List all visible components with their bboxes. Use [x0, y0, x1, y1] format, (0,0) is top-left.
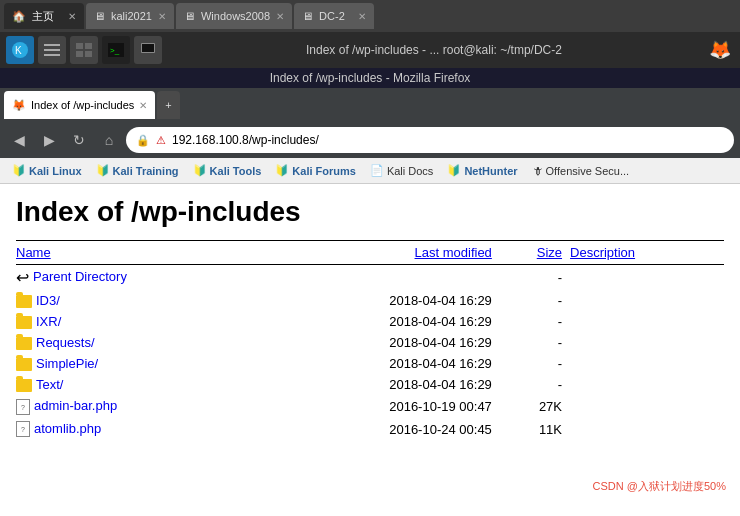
- col-size[interactable]: Size: [500, 241, 570, 265]
- watermark-text: CSDN @入狱计划进度50%: [593, 480, 726, 484]
- ff-tab-row: 🦊 Index of /wp-includes ✕ +: [0, 88, 740, 122]
- vm-tab-bar: 🏠 主页 ✕ 🖥 kali2021 ✕ 🖥 Windows2008 ✕ 🖥 DC…: [0, 0, 740, 32]
- tab-kali2021-close[interactable]: ✕: [158, 11, 166, 22]
- window-title-text: Index of /wp-includes - Mozilla Firefox: [270, 71, 471, 85]
- svg-rect-7: [76, 51, 83, 57]
- col-last-modified[interactable]: Last modified: [267, 241, 500, 265]
- ff-tab-new[interactable]: +: [157, 91, 179, 119]
- bm-kali-training[interactable]: 🔰 Kali Training: [90, 160, 185, 182]
- tab-dc2[interactable]: 🖥 DC-2 ✕: [294, 3, 374, 29]
- reload-button[interactable]: ↻: [66, 127, 92, 153]
- bm-kali-tools[interactable]: 🔰 Kali Tools: [187, 160, 268, 182]
- cell-description: [570, 418, 724, 441]
- address-lock-icon: 🔒: [136, 134, 150, 147]
- kali-tools-icon: 🔰: [193, 164, 207, 177]
- bm-label-3: Kali Forums: [292, 165, 356, 177]
- cell-description: [570, 332, 724, 353]
- cell-description: [570, 353, 724, 374]
- kali-icon-blue[interactable]: K: [6, 36, 34, 64]
- table-row: ID3/ 2018-04-04 16:29 -: [16, 290, 724, 311]
- cell-name: SimplePie/: [16, 353, 267, 374]
- bm-label-0: Kali Linux: [29, 165, 82, 177]
- svg-rect-2: [44, 44, 60, 46]
- tab-home[interactable]: 🏠 主页 ✕: [4, 3, 84, 29]
- col-name[interactable]: Name: [16, 241, 267, 265]
- cell-last-modified: 2018-04-04 16:29: [267, 290, 500, 311]
- ff-tab-wp-includes[interactable]: 🦊 Index of /wp-includes ✕: [4, 91, 155, 119]
- tab-dc2-close[interactable]: ✕: [358, 11, 366, 22]
- address-bar[interactable]: 🔒 ⚠ 192.168.100.8/wp-includes/: [126, 127, 734, 153]
- offensive-icon: 🗡: [532, 165, 543, 177]
- file-icon: ?: [16, 399, 30, 415]
- ff-tab-close[interactable]: ✕: [139, 100, 147, 111]
- table-row: SimplePie/ 2018-04-04 16:29 -: [16, 353, 724, 374]
- col-last-modified-label: Last modified: [415, 245, 492, 260]
- cell-last-modified: 2016-10-24 00:45: [267, 418, 500, 441]
- parent-icon: ↩: [16, 269, 29, 286]
- file-link[interactable]: IXR/: [36, 314, 61, 329]
- cell-last-modified: 2016-10-19 00:47: [267, 395, 500, 418]
- tab-windows2008[interactable]: 🖥 Windows2008 ✕: [176, 3, 292, 29]
- windows2008-favicon: 🖥: [184, 10, 195, 22]
- svg-rect-3: [44, 49, 60, 51]
- firefox-logo: 🦊: [709, 39, 731, 61]
- tab-home-close[interactable]: ✕: [68, 11, 76, 22]
- cell-description: [570, 374, 724, 395]
- file-link[interactable]: atomlib.php: [34, 421, 101, 436]
- address-text[interactable]: 192.168.100.8/wp-includes/: [172, 133, 319, 147]
- file-link[interactable]: admin-bar.php: [34, 398, 117, 413]
- cell-size: 27K: [500, 395, 570, 418]
- icon-terminal[interactable]: >_: [102, 36, 130, 64]
- col-name-label: Name: [16, 245, 51, 260]
- bookmarks-bar: 🔰 Kali Linux 🔰 Kali Training 🔰 Kali Tool…: [0, 158, 740, 184]
- bm-nethunter[interactable]: 🔰 NetHunter: [441, 160, 523, 182]
- cell-description: [570, 265, 724, 291]
- tab-kali2021[interactable]: 🖥 kali2021 ✕: [86, 3, 174, 29]
- file-link[interactable]: SimplePie/: [36, 356, 98, 371]
- bm-label-1: Kali Training: [113, 165, 179, 177]
- cell-name: ?atomlib.php: [16, 418, 267, 441]
- bm-kali-docs[interactable]: 📄 Kali Docs: [364, 160, 439, 182]
- file-icon: ?: [16, 421, 30, 437]
- bm-label-4: Kali Docs: [387, 165, 433, 177]
- forward-button[interactable]: ▶: [36, 127, 62, 153]
- cell-name: Requests/: [16, 332, 267, 353]
- file-link[interactable]: ID3/: [36, 293, 60, 308]
- firefox-icon-btn[interactable]: 🦊: [706, 36, 734, 64]
- icon-dark-2[interactable]: [70, 36, 98, 64]
- cell-size: -: [500, 290, 570, 311]
- cell-last-modified: 2018-04-04 16:29: [267, 332, 500, 353]
- cell-last-modified: 2018-04-04 16:29: [267, 353, 500, 374]
- file-link[interactable]: Parent Directory: [33, 269, 127, 284]
- home-button[interactable]: ⌂: [96, 127, 122, 153]
- cell-last-modified: 2018-04-04 16:29: [267, 311, 500, 332]
- col-description[interactable]: Description: [570, 241, 724, 265]
- nethunter-icon: 🔰: [447, 164, 461, 177]
- bm-kali-linux[interactable]: 🔰 Kali Linux: [6, 160, 88, 182]
- svg-rect-8: [85, 51, 92, 57]
- table-row: ?atomlib.php 2016-10-24 00:45 11K: [16, 418, 724, 441]
- folder-icon: [16, 295, 32, 308]
- kali-training-icon: 🔰: [96, 164, 110, 177]
- kali-forums-icon: 🔰: [275, 164, 289, 177]
- table-row: IXR/ 2018-04-04 16:29 -: [16, 311, 724, 332]
- cell-size: -: [500, 265, 570, 291]
- bm-kali-forums[interactable]: 🔰 Kali Forums: [269, 160, 362, 182]
- cell-size: -: [500, 311, 570, 332]
- cell-last-modified: [267, 265, 500, 291]
- icon-dark-3[interactable]: [134, 36, 162, 64]
- file-link[interactable]: Text/: [36, 377, 63, 392]
- page-content: Index of /wp-includes Name Last modified…: [0, 184, 740, 484]
- file-link[interactable]: Requests/: [36, 335, 95, 350]
- cell-name: ID3/: [16, 290, 267, 311]
- back-button[interactable]: ◀: [6, 127, 32, 153]
- cell-last-modified: 2018-04-04 16:29: [267, 374, 500, 395]
- ff-tab-new-label: +: [165, 99, 171, 111]
- dc2-favicon: 🖥: [302, 10, 313, 22]
- tab-windows2008-close[interactable]: ✕: [276, 11, 284, 22]
- bm-label-2: Kali Tools: [210, 165, 262, 177]
- bm-offensive-secu[interactable]: 🗡 Offensive Secu...: [526, 160, 636, 182]
- cell-size: 11K: [500, 418, 570, 441]
- icon-dark-1[interactable]: [38, 36, 66, 64]
- tab-windows2008-label: Windows2008: [201, 10, 270, 22]
